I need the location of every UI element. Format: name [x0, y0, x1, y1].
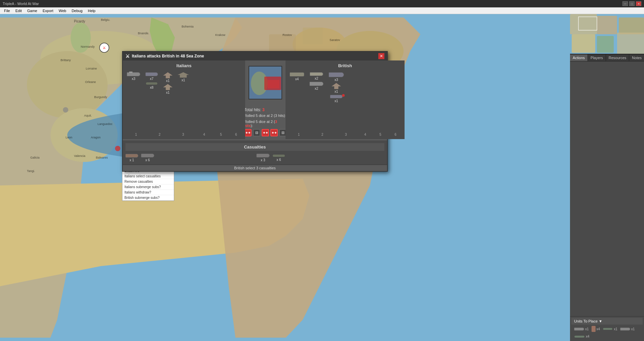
svg-rect-41	[619, 17, 644, 34]
svg-text:Krakow: Krakow	[215, 33, 226, 37]
menu-export[interactable]: Export	[40, 8, 56, 13]
svg-text:Aragon: Aragon	[91, 136, 101, 139]
titlebar: TripleA - World At War ─ □ ✕	[0, 0, 644, 7]
svg-text:Normandy: Normandy	[81, 45, 95, 48]
sidebar-unit-destroyer1: x1	[574, 326, 589, 332]
die-4: ✦✦	[270, 129, 278, 136]
svg-text:Bohemia: Bohemia	[182, 25, 194, 28]
british-col-2: x2 x2	[309, 72, 324, 90]
map-area[interactable]: Picardy Normandy Brittany Lorraine Orlea…	[0, 14, 570, 341]
log-item-7[interactable]: Italians select casualties	[122, 174, 174, 179]
dialog-titlebar: ⚔ Italians attacks British in 48 Sea Zon…	[123, 52, 387, 60]
maximize-button[interactable]: □	[629, 1, 635, 6]
svg-rect-9	[303, 28, 323, 44]
units-to-place-header[interactable]: Units To Place ▼	[571, 318, 643, 325]
svg-text:Bnande.: Bnande.	[138, 32, 149, 35]
svg-text:Belgiu.: Belgiu.	[101, 18, 110, 22]
log-item-9[interactable]: Italians submerge subs?	[122, 184, 174, 190]
svg-rect-43	[597, 36, 614, 53]
sidebar-unit-infantry: x4	[592, 326, 600, 332]
minimize-button[interactable]: ─	[622, 1, 628, 6]
die-3: ✦✦	[262, 129, 269, 136]
svg-text:Baleares: Baleares	[96, 156, 108, 159]
menu-file[interactable]: File	[1, 8, 13, 13]
sidebar-units-row: x1 x4 x1 x1 x4	[571, 325, 643, 340]
sidebar-unit-destroyer2: x1	[620, 326, 635, 332]
british-side: British x4	[286, 60, 405, 139]
rolled-line: Rolled 5 dice at 2 (3 hits):	[244, 114, 287, 118]
log-item-10[interactable]: Italians withdraw?	[122, 190, 174, 195]
svg-rect-40	[597, 16, 617, 34]
dice-row: ✦✦ ⚅ ✦✦ ✦✦ ⚅	[244, 129, 287, 136]
italian-casualties: x 1 x 6	[125, 154, 254, 162]
svg-text:Orleane: Orleane	[85, 80, 96, 84]
battle-info: Total hits: 3 Rolled 5 dice at 2 (3 hits…	[241, 105, 289, 139]
tab-actions[interactable]: Actions	[570, 54, 588, 61]
battle-status-bar: British select 3 casualties	[123, 165, 387, 171]
svg-text:Languedoc: Languedoc	[98, 122, 113, 126]
log-item-8[interactable]: Remove casualties	[122, 179, 174, 184]
log-item-11[interactable]: British submerge subs?	[122, 195, 174, 201]
svg-text:Burgundy: Burgundy	[94, 95, 107, 99]
right-sidebar: Actions Players Resources Notes Territor…	[570, 14, 644, 341]
british-label: British	[288, 63, 402, 68]
italian-col-2: x7 x8	[145, 72, 158, 89]
total-hits-value: 3	[262, 108, 265, 112]
svg-text:Leon: Leon	[66, 136, 72, 139]
menu-web[interactable]: Web	[56, 8, 69, 13]
svg-text:Aquit.: Aquit.	[84, 114, 92, 117]
italian-col-3: x1 x1	[163, 72, 173, 94]
british-col-3: x3 x1 x1	[329, 72, 344, 103]
italians-label: Italians	[125, 63, 242, 68]
menu-edit[interactable]: Edit	[13, 8, 25, 13]
battle-dialog: ⚔ Italians attacks British in 48 Sea Zon…	[122, 51, 388, 172]
svg-rect-39	[570, 14, 597, 34]
die-1: ✦✦	[244, 129, 252, 136]
dialog-close-button[interactable]: ✕	[378, 53, 384, 59]
british-col-1: x4	[290, 72, 304, 81]
casualties-label: Casualties	[125, 143, 384, 151]
units-to-place-section: Units To Place ▼ x1 x4 x1 x1	[570, 316, 644, 341]
close-button[interactable]: ✕	[636, 1, 641, 6]
battle-center: Total hits: 3 Rolled 5 dice at 2 (3 hits…	[245, 60, 286, 139]
svg-text:Tangi.: Tangi.	[27, 169, 35, 173]
sidebar-unit-sub1: x1	[603, 326, 617, 332]
svg-point-34	[63, 107, 68, 113]
menu-help[interactable]: Help	[85, 8, 98, 13]
battle-map-thumbnail	[249, 66, 282, 99]
casualties-section: Casualties x 1 x 6	[123, 140, 387, 165]
tab-players[interactable]: Players	[588, 54, 606, 61]
die-2: ⚅	[253, 129, 260, 136]
units-to-place-label: Units To Place ▼	[574, 319, 602, 323]
tab-notes[interactable]: Notes	[629, 54, 644, 61]
rolled-label: Rolled 5 dice at 2 (3 hits):	[244, 114, 286, 118]
svg-text:Valencia: Valencia	[74, 154, 85, 158]
sidebar-unit-sub2: x4	[574, 335, 590, 338]
dialog-title: Italians attacks British in 48 Sea Zone	[132, 54, 204, 58]
tab-resources[interactable]: Resources	[606, 54, 630, 61]
svg-text:Saratov: Saratov	[330, 38, 340, 42]
italian-transport: x3	[127, 72, 140, 81]
rolled-info: Rolled 5 dice at 2 (3 hits):	[244, 120, 287, 128]
svg-rect-44	[617, 33, 644, 54]
svg-text:Galicia: Galicia	[30, 156, 40, 159]
total-hits-display: Total hits: 3	[244, 108, 287, 112]
svg-text:Picardy: Picardy	[74, 19, 85, 23]
app-title: TripleA - World At War	[3, 2, 39, 6]
svg-text:Brittany: Brittany	[61, 58, 71, 62]
italian-col-1: x3	[127, 72, 140, 81]
sidebar-content	[570, 61, 644, 316]
svg-point-33	[115, 146, 120, 151]
sidebar-tabs: Actions Players Resources Notes Territor…	[570, 54, 644, 61]
svg-text:Lorraine: Lorraine	[86, 67, 97, 70]
main-layout: Picardy Normandy Brittany Lorraine Orlea…	[0, 14, 644, 341]
window-controls: ─ □ ✕	[622, 1, 641, 6]
total-hits-label: Total hits:	[244, 108, 261, 112]
svg-text:Rostov: Rostov	[282, 33, 292, 37]
menu-game[interactable]: Game	[25, 8, 40, 13]
menu-debug[interactable]: Debug	[69, 8, 85, 13]
italian-col-4: x1	[178, 72, 189, 82]
menubar: File Edit Game Export Web Debug Help	[0, 7, 644, 14]
minimap	[570, 14, 644, 54]
svg-rect-42	[572, 34, 595, 53]
